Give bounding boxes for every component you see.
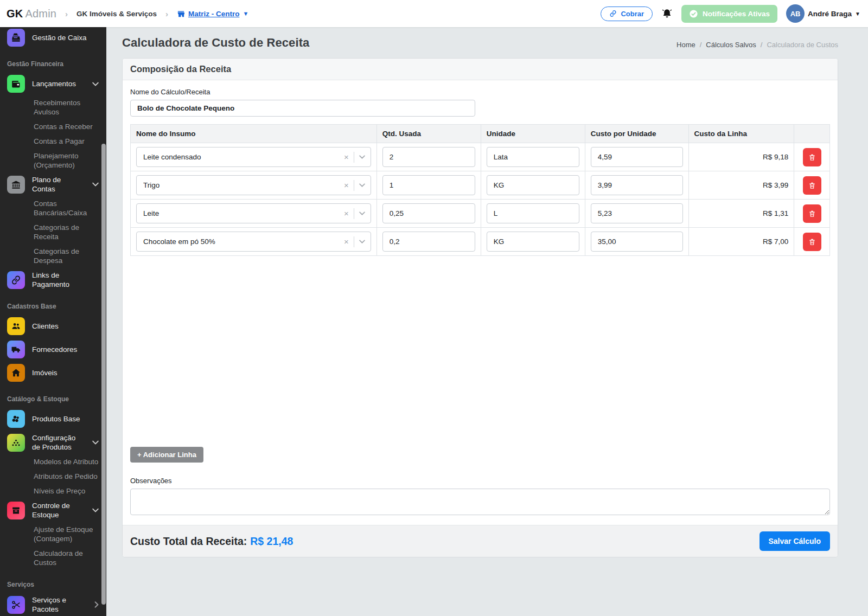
breadcrumb-separator-icon: ›: [65, 9, 68, 18]
sidebar-item-label: Controle de Estoque: [32, 501, 85, 519]
sidebar-section-cadastros-base: Cadastros Base: [0, 292, 106, 315]
avatar[interactable]: AB: [786, 4, 805, 23]
sidebar-subitem-contas-bancarias-caixa[interactable]: Contas Bancárias/Caixa: [0, 196, 106, 220]
chevron-down-icon[interactable]: [359, 183, 365, 187]
clear-selection-icon[interactable]: ×: [344, 153, 349, 161]
app-logo[interactable]: GKAdmin: [7, 8, 56, 20]
total-cost-value: R$ 21,48: [250, 535, 293, 547]
sidebar-subitem-calculadora-de-custos[interactable]: Calculadora de Custos: [0, 546, 106, 570]
sidebar-item-lancamentos[interactable]: Lançamentos: [0, 72, 106, 95]
unidade-input[interactable]: [487, 203, 579, 223]
sidebar-item-gestao-de-caixa[interactable]: Gestão de Caixa: [0, 27, 106, 49]
insumo-value: Trigo: [143, 181, 344, 189]
chevron-down-icon[interactable]: [359, 155, 365, 159]
header-custo-linha: Custo da Linha: [688, 125, 794, 143]
save-calculation-button[interactable]: Salvar Cálculo: [760, 531, 831, 551]
sidebar-item-label: Lançamentos: [32, 79, 76, 88]
custo-por-unidade-input[interactable]: [591, 232, 683, 252]
clear-selection-icon[interactable]: ×: [344, 181, 349, 189]
sidebar-subitem-categorias-de-receita[interactable]: Categorias de Receita: [0, 220, 106, 244]
insumo-combobox[interactable]: Chocolate em pó 50%×: [136, 232, 371, 252]
recipe-name-label: Nome do Cálculo/Receita: [130, 88, 830, 96]
ingredient-row: Chocolate em pó 50%×R$ 7,00: [131, 228, 830, 256]
insumo-combobox[interactable]: Leite condensado×: [136, 147, 371, 167]
chevron-down-icon[interactable]: [359, 211, 365, 215]
sidebar-item-configuracao-de-produtos[interactable]: Configuração de Produtos: [0, 431, 106, 454]
ingredients-table: Nome do Insumo Qtd. Usada Unidade Custo …: [130, 124, 830, 256]
logo-bold: GK: [7, 8, 23, 20]
insumo-combobox[interactable]: Trigo×: [136, 175, 371, 195]
unidade-input[interactable]: [487, 175, 579, 195]
recipe-name-input[interactable]: [130, 100, 475, 117]
delete-row-button[interactable]: [803, 204, 821, 223]
unidade-input[interactable]: [487, 147, 579, 167]
observations-textarea[interactable]: [130, 489, 830, 515]
combo-divider: [354, 180, 354, 191]
sidebar-section-gestao-financeira: Gestão Financeira: [0, 49, 106, 72]
custo-por-unidade-input[interactable]: [591, 147, 683, 167]
total-cost-label: Custo Total da Receita:: [130, 535, 247, 547]
observations-label: Observações: [130, 477, 830, 485]
ingredient-row: Trigo×R$ 3,99: [131, 171, 830, 200]
sidebar-item-plano-de-contas[interactable]: Plano de Contas: [0, 172, 106, 196]
sidebar-subitem-ajuste-de-estoque-contagem[interactable]: Ajuste de Estoque (Contagem): [0, 522, 106, 546]
qtd-usada-input[interactable]: [382, 175, 475, 195]
cobrar-button[interactable]: Cobrar: [601, 7, 653, 21]
unidade-input[interactable]: [487, 232, 579, 252]
total-cost-line: Custo Total da Receita:R$ 21,48: [130, 535, 293, 548]
company-breadcrumb[interactable]: GK Imóveis & Serviços: [76, 10, 157, 18]
sidebar-item-controle-de-estoque[interactable]: Controle de Estoque: [0, 498, 106, 522]
config-icon: [7, 434, 25, 452]
breadcrumb-home[interactable]: Home: [676, 41, 695, 49]
sidebar-subitem-atributos-de-pedido[interactable]: Atributos de Pedido: [0, 469, 106, 484]
breadcrumb-calculos-salvos[interactable]: Cálculos Salvos: [706, 41, 756, 49]
sidebar-subitem-modelos-de-atributo[interactable]: Modelos de Atributo: [0, 454, 106, 469]
bank-icon: [7, 176, 25, 194]
branch-selector[interactable]: Matriz - Centro ▼: [177, 10, 248, 18]
qtd-usada-input[interactable]: [382, 147, 475, 167]
users-icon: [7, 317, 25, 335]
chevron-down-icon[interactable]: [359, 240, 365, 243]
wallet-icon: [7, 75, 25, 93]
sidebar-subitem-planejamento-orcamento[interactable]: Planejamento (Orçamento): [0, 149, 106, 172]
qtd-usada-input[interactable]: [382, 232, 475, 252]
custo-por-unidade-input[interactable]: [591, 175, 683, 195]
sidebar-nav: Gestão de CaixaGestão FinanceiraLançamen…: [0, 27, 106, 616]
sidebar-item-servicos-e-pacotes[interactable]: Serviços e Pacotes: [0, 593, 106, 616]
delete-row-button[interactable]: [803, 176, 821, 195]
add-row-button[interactable]: + Adicionar Linha: [130, 447, 203, 463]
trash-icon: [808, 210, 816, 217]
insumo-combobox[interactable]: Leite×: [136, 203, 371, 223]
clear-selection-icon[interactable]: ×: [344, 238, 349, 246]
delete-row-button[interactable]: [803, 233, 821, 251]
sidebar-item-imoveis[interactable]: Imóveis: [0, 361, 106, 384]
sidebar-section-servicos: Serviços: [0, 570, 106, 593]
sidebar-item-label: Plano de Contas: [32, 175, 85, 194]
page-title: Calculadora de Custo de Receita: [122, 36, 309, 50]
chevron-down-icon: [92, 82, 100, 86]
custo-da-linha-value: R$ 3,99: [688, 171, 794, 200]
ingredient-row: Leite×R$ 1,31: [131, 200, 830, 228]
sidebar-item-fornecedores[interactable]: Fornecedores: [0, 338, 106, 361]
sidebar-subitem-recebimentos-avulsos[interactable]: Recebimentos Avulsos: [0, 95, 106, 119]
notifications-active-label: Notificações Ativas: [703, 10, 770, 18]
sidebar-item-links-de-pagamento[interactable]: Links de Pagamento: [0, 268, 106, 292]
sidebar-subitem-niveis-de-preco[interactable]: Níveis de Preço: [0, 484, 106, 498]
delete-row-button[interactable]: [803, 148, 821, 166]
sidebar-subitem-contas-a-receber[interactable]: Contas a Receber: [0, 119, 106, 134]
sidebar-subitem-contas-a-pagar[interactable]: Contas a Pagar: [0, 134, 106, 149]
custo-por-unidade-input[interactable]: [591, 203, 683, 223]
sidebar-item-produtos-base[interactable]: Produtos Base: [0, 407, 106, 431]
notifications-bell-button[interactable]: [661, 8, 673, 20]
custo-da-linha-value: R$ 1,31: [688, 200, 794, 228]
header-custo-unidade: Custo por Unidade: [585, 125, 688, 143]
sidebar-item-clientes[interactable]: Clientes: [0, 315, 106, 338]
notifications-active-button[interactable]: Notificações Ativas: [681, 5, 777, 23]
sidebar-subitem-categorias-de-despesa[interactable]: Categorias de Despesa: [0, 244, 106, 268]
clear-selection-icon[interactable]: ×: [344, 209, 349, 217]
branch-link[interactable]: Matriz - Centro: [188, 10, 240, 18]
user-menu[interactable]: AB André Braga ▼: [786, 4, 860, 23]
qtd-usada-input[interactable]: [382, 203, 475, 223]
insumo-value: Chocolate em pó 50%: [143, 238, 344, 246]
sidebar-scrollbar[interactable]: [101, 144, 106, 605]
